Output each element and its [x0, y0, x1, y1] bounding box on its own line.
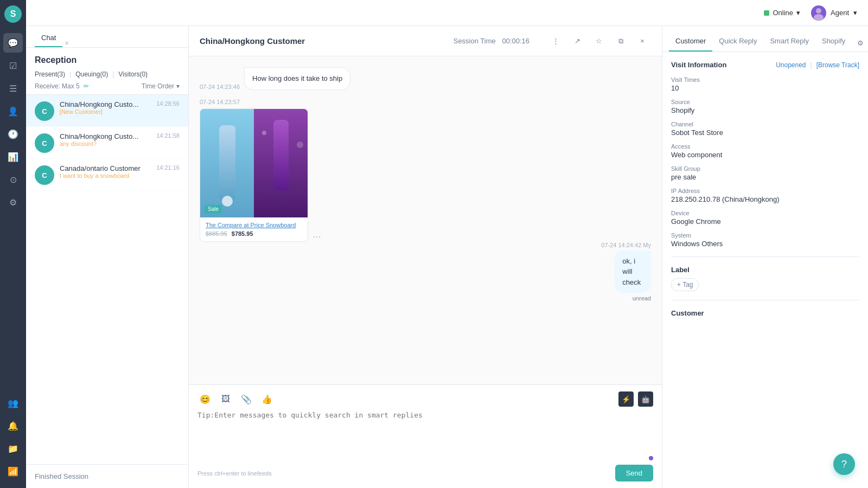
nav-team-icon[interactable]: 👥	[3, 393, 23, 413]
channel-label: Channel	[671, 121, 859, 127]
tab-shopify[interactable]: Shopify	[815, 31, 852, 52]
message-input[interactable]	[197, 411, 653, 454]
chat-info: Canada/ontario Customer I want to buy a …	[60, 164, 152, 179]
visitors-stat[interactable]: Visitors(0)	[118, 70, 148, 78]
channel-row: Channel Sobot Test Store	[671, 121, 859, 137]
label-title: Label	[671, 266, 859, 274]
nav-list-icon[interactable]: ☰	[3, 79, 23, 98]
product-message-row: Sale The Compare at Price Snowboard $885…	[200, 108, 651, 242]
message-timestamp: 07-24 14:23:46	[200, 84, 240, 90]
product-info: The Compare at Price Snowboard $885.95 $…	[200, 217, 308, 241]
time-order-dropdown-icon: ▾	[176, 82, 180, 90]
chat-list-item[interactable]: C China/Hongkong Custo... [New Customer]…	[26, 95, 188, 127]
right-panel-tabs: Customer Quick Reply Smart Reply Shopify…	[662, 26, 868, 52]
external-link-btn[interactable]: ↗	[569, 33, 586, 50]
svg-point-0	[816, 8, 821, 14]
chat-header: China/Hongkong Customer Session Time 00:…	[189, 26, 662, 56]
tab-customer[interactable]: Customer	[669, 31, 712, 52]
input-area: 😊 🖼 📎 👍 ⚡ 🤖 Press ctrl+enter to linefeed…	[189, 384, 662, 488]
main-container: Online ▾ Agent ▾ Chat × Reception Presen…	[26, 0, 868, 488]
agent-message-meta: 07-24 14:24:42 My	[601, 242, 651, 248]
chat-list-item[interactable]: C Canada/ontario Customer I want to buy …	[26, 159, 188, 191]
status-dropdown-icon[interactable]: ▾	[796, 9, 800, 17]
right-panel-settings-icon[interactable]: ⚙	[852, 34, 868, 52]
unopened-link[interactable]: Unopened	[776, 61, 806, 69]
image-btn[interactable]: 🖼	[218, 391, 233, 407]
device-value: Google Chrome	[671, 217, 859, 226]
skill-group-value: pre sale	[671, 173, 859, 181]
nav-settings-icon[interactable]: ⚙	[3, 192, 23, 212]
more-options-btn[interactable]: ⋮	[547, 33, 564, 50]
right-panel-content: Visit Information Unopened | [Browse Tra…	[662, 52, 868, 488]
nav-person-icon[interactable]: 👤	[3, 101, 23, 121]
chat-name: Canada/ontario Customer	[60, 164, 152, 172]
copy-btn[interactable]: ⧉	[612, 33, 629, 50]
customer-message-container: 07-24 14:23:46 How long does it take to …	[200, 67, 651, 90]
status-indicator[interactable]: Online ▾	[764, 9, 800, 17]
product-name[interactable]: The Compare at Price Snowboard	[206, 222, 302, 228]
agent-avatar	[811, 5, 826, 21]
label-section: Label + Tag	[671, 266, 859, 291]
smart-reply-btn[interactable]: ⚡	[618, 391, 634, 407]
status-label: Online	[773, 9, 793, 17]
agent-dropdown-icon[interactable]: ▾	[853, 9, 857, 17]
system-value: Windows Others	[671, 240, 859, 248]
reception-stats: Present(3) | Queuing(0) | Visitors(0)	[35, 70, 180, 78]
content-area: Chat × Reception Present(3) | Queuing(0)…	[26, 26, 868, 488]
queuing-stat[interactable]: Queuing(0)	[75, 70, 108, 78]
messages-area: 07-24 14:23:46 How long does it take to …	[189, 56, 662, 384]
reception-title: Reception	[35, 55, 180, 65]
chat-tab[interactable]: Chat	[35, 29, 62, 47]
agent-info[interactable]: Agent ▾	[811, 5, 857, 21]
nav-chart-icon[interactable]: 📊	[3, 147, 23, 166]
browse-track-link[interactable]: [Browse Track]	[816, 61, 859, 69]
status-dot	[764, 10, 769, 16]
session-time: Session Time 00:00:16	[454, 37, 529, 45]
nav-check-icon[interactable]: ☑	[3, 56, 23, 75]
chat-status: [New Customer]	[60, 108, 152, 115]
add-tag-btn[interactable]: + Tag	[671, 278, 699, 291]
send-button[interactable]: Send	[615, 465, 653, 481]
reception-header: Reception Present(3) | Queuing(0) | Visi…	[26, 48, 188, 95]
icon-sidebar: S 💬 ☑ ☰ 👤 🕐 📊 ⊙ ⚙ 👥 🔔 📁 📶	[0, 0, 26, 488]
attach-btn[interactable]: 📎	[239, 391, 254, 407]
source-row: Source Shopify	[671, 99, 859, 114]
edit-receive-icon[interactable]: ✏	[84, 82, 89, 90]
emoji-btn[interactable]: 😊	[197, 391, 213, 407]
app-logo: S	[4, 5, 22, 23]
nav-wifi-icon[interactable]: 📶	[3, 461, 23, 481]
input-hint: Press ctrl+enter to linefeeds	[197, 470, 272, 477]
system-label: System	[671, 232, 859, 239]
access-row: Access Web component	[671, 143, 859, 159]
stat-divider-2: |	[112, 70, 114, 78]
thumbsup-btn[interactable]: 👍	[259, 391, 275, 407]
nav-bell-icon[interactable]: 🔔	[3, 416, 23, 435]
nav-clock-icon[interactable]: 🕐	[3, 124, 23, 144]
nav-chat-icon[interactable]: 💬	[3, 33, 23, 53]
input-toolbar: 😊 🖼 📎 👍 ⚡ 🤖	[197, 391, 653, 407]
receive-label: Receive: Max 5 ✏	[35, 82, 89, 90]
visit-info-header: Visit Information Unopened | [Browse Tra…	[671, 61, 859, 69]
help-button[interactable]: ?	[833, 453, 855, 475]
nav-circle-icon[interactable]: ⊙	[3, 170, 23, 189]
chat-time: 14:28:56	[156, 100, 180, 107]
links-separator: |	[810, 61, 812, 69]
tab-quick-reply[interactable]: Quick Reply	[712, 31, 763, 52]
right-panel: Customer Quick Reply Smart Reply Shopify…	[662, 26, 868, 488]
tab-smart-reply[interactable]: Smart Reply	[763, 31, 815, 52]
divider-1	[671, 256, 859, 257]
system-row: System Windows Others	[671, 232, 859, 248]
tab-close-btn[interactable]: ×	[65, 40, 68, 47]
close-chat-btn[interactable]: ×	[634, 33, 651, 50]
access-label: Access	[671, 143, 859, 150]
toolbar-right: ⚡ 🤖	[618, 391, 653, 407]
product-more-btn[interactable]: ⋯	[312, 232, 321, 242]
robot-btn[interactable]: 🤖	[638, 391, 653, 407]
star-btn[interactable]: ☆	[590, 33, 608, 50]
svg-point-1	[814, 14, 824, 21]
time-order-btn[interactable]: Time Order ▾	[142, 82, 180, 90]
skill-group-row: Skill Group pre sale	[671, 165, 859, 181]
nav-folder-icon[interactable]: 📁	[3, 439, 23, 458]
present-stat[interactable]: Present(3)	[35, 70, 65, 78]
chat-list-item[interactable]: C China/Hongkong Custo... any discount? …	[26, 127, 188, 159]
